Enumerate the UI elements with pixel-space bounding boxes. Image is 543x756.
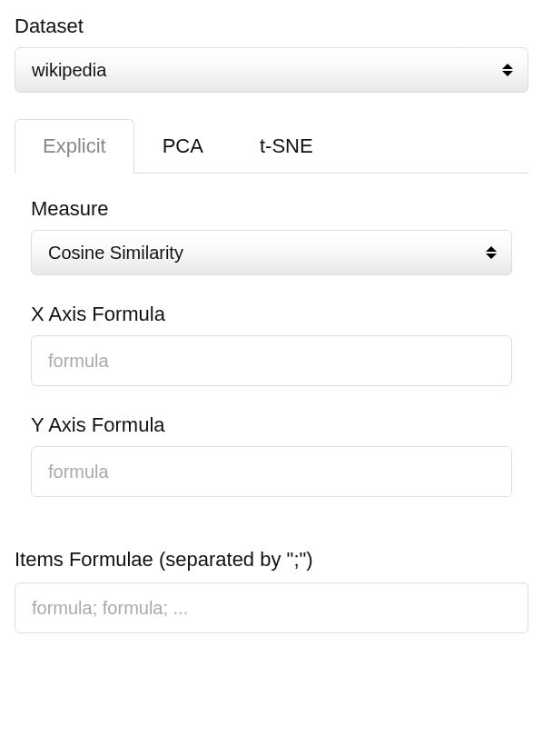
dataset-select-value: wikipedia <box>32 60 106 81</box>
yaxis-label: Y Axis Formula <box>31 413 512 437</box>
xaxis-label: X Axis Formula <box>31 303 512 326</box>
tab-tsne[interactable]: t-SNE <box>232 119 341 174</box>
tab-explicit[interactable]: Explicit <box>15 119 134 174</box>
updown-icon <box>486 244 499 262</box>
items-label: Items Formulae (separated by ";") <box>15 548 528 572</box>
tabs: Explicit PCA t-SNE <box>15 118 528 174</box>
tab-pca[interactable]: PCA <box>134 119 232 174</box>
measure-label: Measure <box>31 197 512 221</box>
dataset-label: Dataset <box>15 15 528 38</box>
explicit-panel: Measure Cosine Similarity X Axis Formula… <box>15 174 528 497</box>
yaxis-input[interactable] <box>31 446 512 497</box>
updown-icon <box>502 61 515 79</box>
xaxis-input[interactable] <box>31 335 512 386</box>
measure-select[interactable]: Cosine Similarity <box>31 230 512 275</box>
measure-select-value: Cosine Similarity <box>48 243 183 264</box>
items-input[interactable] <box>15 582 528 633</box>
dataset-select[interactable]: wikipedia <box>15 47 528 93</box>
